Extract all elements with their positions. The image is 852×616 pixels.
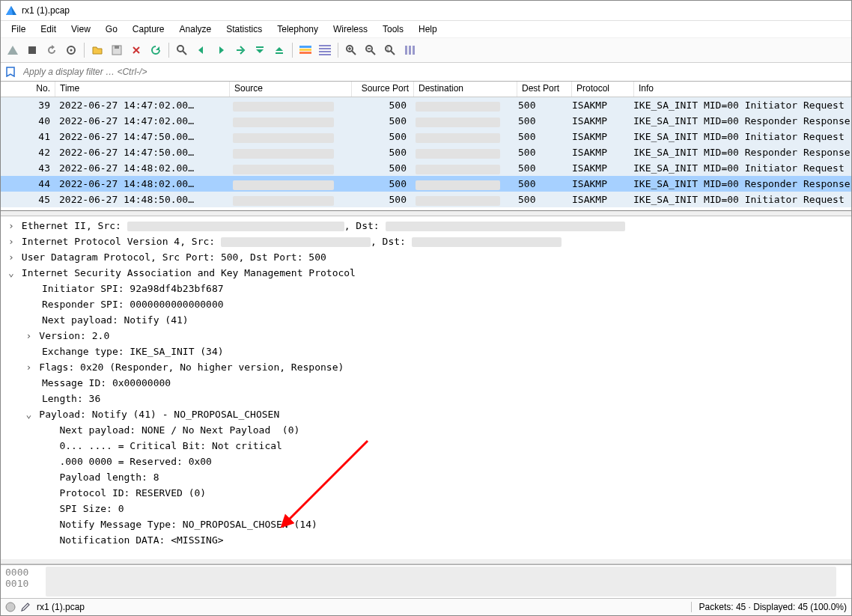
col-dest-port[interactable]: Dest Port bbox=[517, 82, 572, 97]
packet-bytes-pane[interactable]: 0000 0010 bbox=[1, 564, 851, 598]
detail-resp-spi[interactable]: Responder SPI: 0000000000000000 bbox=[1, 296, 851, 312]
col-time[interactable]: Time bbox=[55, 82, 230, 97]
table-row[interactable]: 432022-06-27 14:48:02.00…500500ISAKMPIKE… bbox=[1, 160, 851, 176]
detail-flags[interactable]: › Flags: 0x20 (Responder, No higher vers… bbox=[1, 359, 851, 375]
close-button[interactable] bbox=[127, 41, 145, 59]
go-first-button[interactable] bbox=[251, 41, 269, 59]
col-info[interactable]: Info bbox=[634, 82, 851, 97]
menu-help[interactable]: Help bbox=[411, 22, 445, 36]
detail-version[interactable]: › Version: 2.0 bbox=[1, 328, 851, 344]
go-back-button[interactable] bbox=[192, 41, 210, 59]
go-to-packet-button[interactable] bbox=[231, 41, 249, 59]
detail-msgid[interactable]: Message ID: 0x00000000 bbox=[1, 375, 851, 391]
splitter-list-details[interactable] bbox=[1, 211, 851, 216]
menu-edit[interactable]: Edit bbox=[33, 22, 64, 36]
redacted bbox=[46, 567, 836, 597]
display-filter-bar bbox=[1, 63, 851, 82]
detail-payload-protoid[interactable]: Protocol ID: RESERVED (0) bbox=[1, 485, 851, 501]
packet-details-pane[interactable]: › Ethernet II, Src: , Dst: › Internet Pr… bbox=[1, 216, 851, 559]
colorize-button[interactable] bbox=[296, 41, 314, 59]
svg-rect-10 bbox=[299, 52, 311, 54]
detail-payload-data[interactable]: Notification DATA: <MISSING> bbox=[1, 532, 851, 548]
display-filter-input[interactable] bbox=[20, 64, 851, 79]
toolbar-separator bbox=[338, 43, 338, 58]
table-row[interactable]: 452022-06-27 14:48:50.00…500500ISAKMPIKE… bbox=[1, 192, 851, 207]
splitter-details-hex[interactable] bbox=[1, 559, 851, 564]
start-capture-button[interactable] bbox=[4, 41, 22, 59]
svg-rect-0 bbox=[28, 46, 36, 54]
collapse-icon[interactable]: ⌄ bbox=[24, 406, 33, 422]
detail-udp[interactable]: › User Datagram Protocol, Src Port: 500,… bbox=[1, 249, 851, 265]
menu-telephony[interactable]: Telephony bbox=[270, 22, 326, 36]
expand-icon[interactable]: › bbox=[24, 359, 33, 375]
menubar: File Edit View Go Capture Analyze Statis… bbox=[1, 21, 851, 37]
auto-scroll-button[interactable] bbox=[316, 41, 334, 59]
svg-rect-9 bbox=[299, 49, 311, 51]
table-row[interactable]: 412022-06-27 14:47:50.00…500500ISAKMPIKE… bbox=[1, 129, 851, 144]
detail-payload-notify[interactable]: Notify Message Type: NO_PROPOSAL_CHOSEN … bbox=[1, 516, 851, 532]
detail-next-payload[interactable]: Next payload: Notify (41) bbox=[1, 312, 851, 328]
edit-icon[interactable] bbox=[20, 602, 31, 612]
detail-init-spi[interactable]: Initiator SPI: 92a98df4b23bf687 bbox=[1, 281, 851, 296]
col-destination[interactable]: Destination bbox=[414, 82, 517, 97]
restart-capture-button[interactable] bbox=[43, 41, 61, 59]
menu-tools[interactable]: Tools bbox=[375, 22, 411, 36]
menu-view[interactable]: View bbox=[64, 22, 98, 36]
col-source[interactable]: Source bbox=[230, 82, 352, 97]
zoom-reset-button[interactable]: 1 bbox=[381, 41, 399, 59]
save-button[interactable] bbox=[108, 41, 126, 59]
capture-options-button[interactable] bbox=[62, 41, 80, 59]
find-button[interactable] bbox=[173, 41, 191, 59]
svg-rect-6 bbox=[256, 46, 264, 48]
zoom-in-button[interactable] bbox=[342, 41, 360, 59]
svg-rect-20 bbox=[409, 46, 411, 55]
table-row[interactable]: 392022-06-27 14:47:02.00…500500ISAKMPIKE… bbox=[1, 97, 851, 113]
table-row[interactable]: 442022-06-27 14:48:02.00…500500ISAKMPIKE… bbox=[1, 176, 851, 192]
svg-rect-11 bbox=[319, 45, 331, 46]
col-protocol[interactable]: Protocol bbox=[572, 82, 634, 97]
detail-ip[interactable]: › Internet Protocol Version 4, Src: , Ds… bbox=[1, 234, 851, 249]
packet-list-header[interactable]: No. Time Source Source Port Destination … bbox=[1, 82, 851, 97]
col-no[interactable]: No. bbox=[1, 82, 55, 97]
zoom-out-button[interactable] bbox=[362, 41, 380, 59]
svg-rect-19 bbox=[405, 46, 407, 55]
detail-payload-reserved[interactable]: .000 0000 = Reserved: 0x00 bbox=[1, 454, 851, 469]
detail-length[interactable]: Length: 36 bbox=[1, 391, 851, 406]
resize-columns-button[interactable] bbox=[401, 41, 419, 59]
collapse-icon[interactable]: ⌄ bbox=[7, 265, 16, 281]
detail-payload-length[interactable]: Payload length: 8 bbox=[1, 469, 851, 485]
detail-payload-spisize[interactable]: SPI Size: 0 bbox=[1, 501, 851, 516]
expand-icon[interactable]: › bbox=[7, 218, 16, 234]
svg-rect-12 bbox=[319, 48, 331, 49]
detail-ethernet[interactable]: › Ethernet II, Src: , Dst: bbox=[1, 218, 851, 234]
detail-exch-type[interactable]: Exchange type: IKE_SA_INIT (34) bbox=[1, 344, 851, 359]
go-forward-button[interactable] bbox=[212, 41, 230, 59]
expand-icon[interactable]: › bbox=[7, 249, 16, 265]
detail-payload-next[interactable]: Next payload: NONE / No Next Payload (0) bbox=[1, 422, 851, 438]
menu-analyze[interactable]: Analyze bbox=[172, 22, 219, 36]
detail-payload-crit[interactable]: 0... .... = Critical Bit: Not critical bbox=[1, 438, 851, 454]
expand-icon[interactable]: › bbox=[24, 328, 33, 344]
packet-list-body[interactable]: 392022-06-27 14:47:02.00…500500ISAKMPIKE… bbox=[1, 97, 851, 210]
menu-file[interactable]: File bbox=[4, 22, 33, 36]
detail-isakmp[interactable]: ⌄ Internet Security Association and Key … bbox=[1, 265, 851, 281]
open-button[interactable] bbox=[88, 41, 106, 59]
svg-rect-8 bbox=[299, 46, 311, 48]
bookmark-icon[interactable] bbox=[4, 65, 17, 79]
reload-button[interactable] bbox=[147, 41, 165, 59]
packet-list-pane: No. Time Source Source Port Destination … bbox=[1, 82, 851, 211]
table-row[interactable]: 402022-06-27 14:47:02.00…500500ISAKMPIKE… bbox=[1, 113, 851, 129]
detail-payload-header[interactable]: ⌄ Payload: Notify (41) - NO_PROPOSAL_CHO… bbox=[1, 406, 851, 422]
menu-statistics[interactable]: Statistics bbox=[219, 22, 270, 36]
menu-go[interactable]: Go bbox=[98, 22, 125, 36]
menu-capture[interactable]: Capture bbox=[125, 22, 172, 36]
expert-info-icon[interactable] bbox=[5, 602, 16, 612]
stop-capture-button[interactable] bbox=[23, 41, 41, 59]
menu-wireless[interactable]: Wireless bbox=[326, 22, 375, 36]
toolbar-separator bbox=[292, 43, 293, 58]
col-src-port[interactable]: Source Port bbox=[352, 82, 414, 97]
window-title: rx1 (1).pcap bbox=[22, 5, 70, 16]
expand-icon[interactable]: › bbox=[7, 234, 16, 249]
go-last-button[interactable] bbox=[270, 41, 288, 59]
table-row[interactable]: 422022-06-27 14:47:50.00…500500ISAKMPIKE… bbox=[1, 144, 851, 160]
